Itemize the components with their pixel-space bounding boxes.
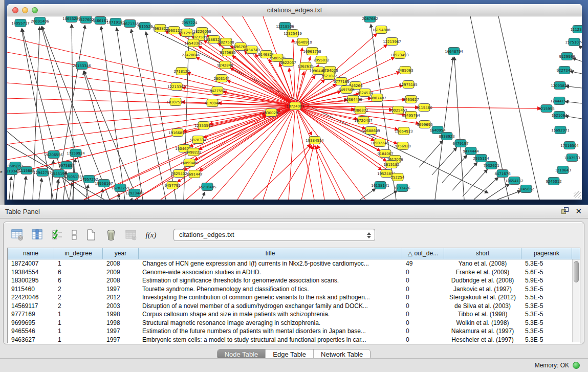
graph-node[interactable]: 15692971: [551, 126, 570, 134]
graph-node[interactable]: 9756928: [395, 142, 410, 150]
graph-node[interactable]: 15751074: [565, 38, 582, 46]
graph-node[interactable]: 12093822: [551, 82, 569, 90]
function-builder-icon[interactable]: f(x): [144, 228, 158, 242]
graph-node[interactable]: 9822037: [280, 59, 296, 67]
graph-node[interactable]: 9227343: [556, 67, 572, 74]
graph-node[interactable]: 12975185: [399, 81, 418, 89]
column-header-year[interactable]: year: [103, 248, 139, 259]
graph-node[interactable]: 8427552: [209, 87, 225, 95]
graph-node[interactable]: 8454749: [244, 46, 259, 54]
new-table-icon[interactable]: [84, 228, 98, 242]
graph-node[interactable]: 9175685: [220, 49, 235, 56]
graph-node[interactable]: 10807487: [368, 94, 386, 102]
graph-node[interactable]: 6479197: [452, 140, 468, 147]
graph-node[interactable]: 9129966: [559, 53, 575, 60]
graph-node[interactable]: 9457791: [164, 182, 180, 189]
graph-node[interactable]: 12218506: [276, 23, 294, 30]
graph-node[interactable]: 14055717: [11, 19, 30, 27]
graph-node[interactable]: 20206556: [45, 151, 63, 159]
graph-node[interactable]: 6466161: [92, 17, 108, 25]
graph-node[interactable]: 1210643: [555, 166, 571, 174]
window-titlebar[interactable]: citations_edges.txt: [7, 4, 582, 16]
graph-node[interactable]: 12444151: [550, 97, 569, 105]
graph-node[interactable]: 20691406: [31, 17, 49, 25]
graph-node[interactable]: 1527602: [78, 16, 94, 24]
graph-node[interactable]: 1621064: [551, 112, 568, 119]
graph-node[interactable]: 1615182: [383, 161, 399, 168]
graph-node[interactable]: 1112304: [570, 26, 582, 33]
graph-node[interactable]: 7485063: [397, 67, 413, 74]
table-row[interactable]: 1872400712008Changes of HCN gene express…: [8, 259, 580, 268]
graph-node[interactable]: 16154808: [372, 26, 390, 34]
graph-node[interactable]: 10654112: [505, 177, 524, 185]
graph-node[interactable]: 1115688: [18, 167, 34, 174]
graph-node[interactable]: 18495764: [402, 112, 420, 119]
graph-node[interactable]: 19166852: [168, 129, 187, 137]
table-panel-titlebar[interactable]: Table Panel ✕: [0, 205, 588, 218]
graph-node[interactable]: 7957224: [181, 19, 198, 27]
column-header-title[interactable]: title: [139, 248, 402, 259]
graph-node[interactable]: 18640910: [294, 38, 312, 46]
graph-node[interactable]: 9474444: [463, 147, 479, 155]
graph-node[interactable]: 9245652: [518, 185, 534, 193]
table-row[interactable]: 946362711997Embryonic stem cells: a mode…: [8, 336, 580, 344]
table-row[interactable]: 911546021997Tourette syndrome. Phenomeno…: [8, 285, 580, 294]
zoom-window-button[interactable]: [32, 7, 38, 13]
table-selector-dropdown[interactable]: citations_edges.txt: [173, 229, 375, 241]
table-row[interactable]: 969969511998Structural magnetic resonanc…: [8, 319, 580, 327]
graph-node[interactable]: 9975857: [58, 162, 74, 169]
graph-node[interactable]: 7615526: [137, 23, 153, 30]
graph-node[interactable]: 20153346: [73, 62, 91, 70]
graph-node[interactable]: 9245012: [546, 178, 561, 185]
graph-node[interactable]: 1107533: [564, 154, 580, 162]
table-row[interactable]: 977716911998Corpus callosum shape and si…: [8, 310, 580, 319]
table-row[interactable]: 1938455462009Genome-wide association stu…: [8, 268, 580, 277]
show-columns-icon[interactable]: [31, 228, 44, 242]
table-row[interactable]: 946554611997Estimation of the future num…: [8, 327, 580, 336]
graph-node[interactable]: 19654923: [395, 127, 413, 135]
graph-node[interactable]: 9463627: [403, 96, 419, 103]
window-resize-grip[interactable]: [574, 191, 581, 199]
graph-node[interactable]: 12213967: [383, 38, 401, 46]
graph-node[interactable]: 5878334: [190, 136, 206, 144]
graph-node[interactable]: 3624574: [357, 89, 373, 97]
graph-node[interactable]: 9777169: [333, 78, 349, 85]
graph-node[interactable]: 9498222: [185, 148, 201, 156]
graph-node[interactable]: 4170044: [204, 99, 221, 107]
graph-node[interactable]: 15718485: [198, 183, 216, 191]
graph-node[interactable]: 12325419: [284, 30, 302, 37]
graph-node[interactable]: 8471676: [494, 170, 511, 178]
delete-table-icon[interactable]: [104, 228, 118, 242]
graph-node[interactable]: 17359924: [67, 149, 85, 157]
graph-node[interactable]: 1621072: [321, 72, 337, 80]
column-header-out_degree[interactable]: △ out_de...: [402, 248, 444, 259]
graph-node[interactable]: 9699695: [417, 121, 432, 128]
close-window-button[interactable]: [12, 7, 18, 13]
column-header-pagerank[interactable]: pagerank: [521, 248, 572, 259]
graph-node[interactable]: 10973493: [390, 51, 409, 59]
graph-node[interactable]: 17016504: [560, 142, 579, 149]
graph-node[interactable]: 7625402: [171, 170, 187, 178]
table-scrollbar[interactable]: [572, 259, 580, 342]
column-header-name[interactable]: name: [8, 248, 54, 259]
graph-node[interactable]: 9242848: [217, 61, 233, 69]
select-rows-icon[interactable]: [51, 228, 64, 242]
import-table-disabled-icon[interactable]: [124, 228, 138, 242]
graph-node[interactable]: 9215955: [538, 105, 554, 113]
network-canvas[interactable]: 18724007 14055717 20691406 10653287 1527…: [7, 16, 582, 200]
graph-node[interactable]: 6497568: [338, 86, 354, 94]
graph-node[interactable]: 8938923: [439, 133, 454, 140]
table-row[interactable]: 1830029562008Estimation of significance …: [8, 276, 580, 285]
graph-node[interactable]: 16961758: [303, 48, 321, 55]
close-panel-icon[interactable]: ✕: [575, 207, 582, 215]
minimize-window-button[interactable]: [22, 7, 28, 13]
graph-node[interactable]: 2718120: [173, 68, 189, 75]
table-row[interactable]: 2242004622012Investigating the contribut…: [8, 293, 580, 302]
graph-node[interactable]: 14099489: [180, 159, 199, 167]
graph-node[interactable]: 7386372: [352, 106, 368, 114]
graph-node[interactable]: 1733426: [394, 184, 410, 192]
graph-node[interactable]: 9115460: [416, 104, 432, 112]
graph-node[interactable]: 252254: [391, 173, 405, 181]
table-row[interactable]: 1456911722003Disruption of a novel membe…: [8, 302, 580, 311]
table-settings-icon[interactable]: [11, 228, 24, 242]
